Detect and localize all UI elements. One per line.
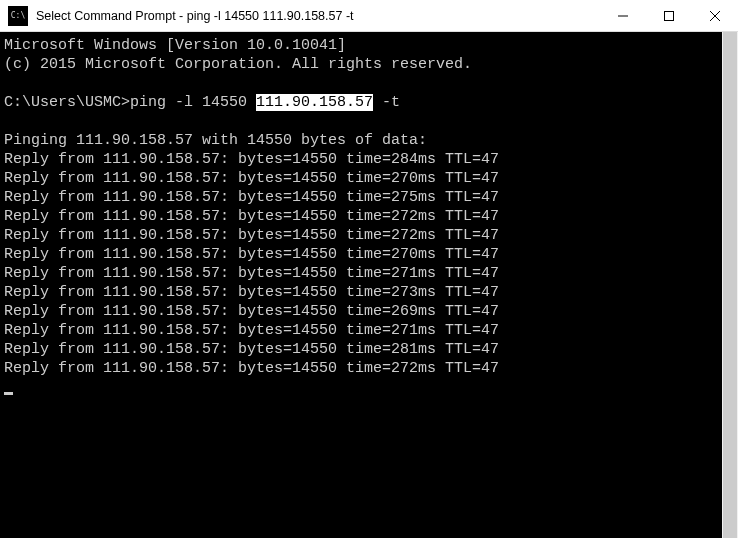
- cmd-icon-glyph: C:\: [11, 12, 25, 20]
- reply-line: Reply from 111.90.158.57: bytes=14550 ti…: [4, 226, 738, 245]
- reply-line: Reply from 111.90.158.57: bytes=14550 ti…: [4, 283, 738, 302]
- banner-line: Microsoft Windows [Version 10.0.10041]: [4, 36, 738, 55]
- blank-line: [4, 112, 738, 131]
- cmd-text: ping -l 14550: [130, 94, 256, 111]
- reply-lines: Reply from 111.90.158.57: bytes=14550 ti…: [4, 150, 738, 378]
- window-title: Select Command Prompt - ping -l 14550 11…: [34, 9, 600, 23]
- prompt-prefix: C:\Users\USMC>: [4, 94, 130, 111]
- reply-line: Reply from 111.90.158.57: bytes=14550 ti…: [4, 302, 738, 321]
- cmd-text: -t: [373, 94, 400, 111]
- ping-header: Pinging 111.90.158.57 with 14550 bytes o…: [4, 131, 738, 150]
- reply-line: Reply from 111.90.158.57: bytes=14550 ti…: [4, 340, 738, 359]
- close-button[interactable]: [692, 0, 738, 31]
- scrollbar[interactable]: [722, 32, 738, 538]
- svg-rect-1: [665, 11, 674, 20]
- reply-line: Reply from 111.90.158.57: bytes=14550 ti…: [4, 169, 738, 188]
- maximize-button[interactable]: [646, 0, 692, 31]
- prompt-line: C:\Users\USMC>ping -l 14550 111.90.158.5…: [4, 93, 738, 112]
- scrollbar-thumb[interactable]: [723, 32, 737, 538]
- reply-line: Reply from 111.90.158.57: bytes=14550 ti…: [4, 150, 738, 169]
- reply-line: Reply from 111.90.158.57: bytes=14550 ti…: [4, 264, 738, 283]
- cmd-icon: C:\: [8, 6, 28, 26]
- cursor-line: [4, 378, 738, 397]
- minimize-button[interactable]: [600, 0, 646, 31]
- reply-line: Reply from 111.90.158.57: bytes=14550 ti…: [4, 245, 738, 264]
- reply-line: Reply from 111.90.158.57: bytes=14550 ti…: [4, 188, 738, 207]
- window-controls: [600, 0, 738, 31]
- reply-line: Reply from 111.90.158.57: bytes=14550 ti…: [4, 359, 738, 378]
- banner-line: (c) 2015 Microsoft Corporation. All righ…: [4, 55, 738, 74]
- cursor: [4, 392, 13, 395]
- blank-line: [4, 74, 738, 93]
- reply-line: Reply from 111.90.158.57: bytes=14550 ti…: [4, 207, 738, 226]
- terminal[interactable]: Microsoft Windows [Version 10.0.10041] (…: [0, 32, 738, 538]
- reply-line: Reply from 111.90.158.57: bytes=14550 ti…: [4, 321, 738, 340]
- selected-text: 111.90.158.57: [256, 94, 373, 111]
- titlebar: C:\ Select Command Prompt - ping -l 1455…: [0, 0, 738, 32]
